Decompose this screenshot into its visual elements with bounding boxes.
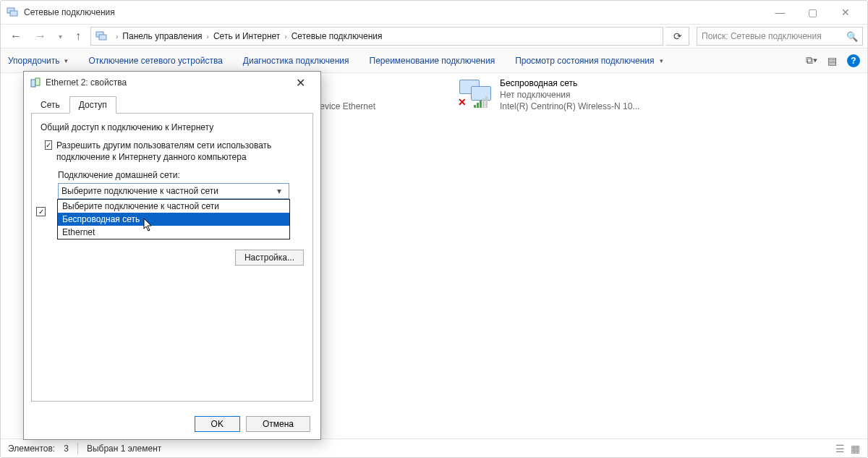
address-bar-row: ← → ▾ ↑ › Панель управления › Сеть и Инт… <box>1 24 867 48</box>
search-box[interactable]: Поиск: Сетевые подключения 🔍 <box>697 27 863 46</box>
nav-forward-button[interactable]: → <box>30 25 51 47</box>
breadcrumb-icon <box>95 30 107 42</box>
allow-control-checkbox[interactable]: ✓ <box>36 207 46 216</box>
nav-back-button[interactable]: ← <box>5 25 27 47</box>
breadcrumb[interactable]: › Панель управления › Сеть и Интернет › … <box>90 27 663 46</box>
status-count-value: 3 <box>64 444 69 454</box>
combobox-dropdown: Выберите подключение к частной сети Бесп… <box>57 199 290 239</box>
properties-dialog: Ethernet 2: свойства ✕ Сеть Доступ Общий… <box>23 71 321 440</box>
status-bar: Элементов: 3 Выбран 1 элемент ☰ ▦ <box>1 438 867 457</box>
maximize-button[interactable]: ▢ <box>796 1 829 24</box>
close-button[interactable]: ✕ <box>829 1 861 24</box>
connection-item-wireless[interactable]: ✕ Беспроводная сеть Нет подключения Inte… <box>459 77 639 113</box>
adapter-icon <box>30 77 41 88</box>
svg-rect-3 <box>99 35 106 40</box>
dialog-body: Общий доступ к подключению к Интернету ✓… <box>31 113 313 402</box>
home-network-combobox[interactable]: Выберите подключение к частной сети ▾ <box>58 183 289 199</box>
connection-status: Нет подключения <box>500 89 639 101</box>
home-network-label: Подключение домашней сети: <box>58 170 304 180</box>
combobox-value: Выберите подключение к частной сети <box>61 186 273 196</box>
tab-sharing[interactable]: Доступ <box>69 96 116 114</box>
titlebar: Сетевые подключения — ▢ ✕ <box>1 1 867 24</box>
nav-recent-dropdown[interactable]: ▾ <box>54 25 66 47</box>
chevron-down-icon: ▾ <box>273 186 286 196</box>
connection-name: Беспроводная сеть <box>500 77 639 89</box>
allow-sharing-label: Разрешить другим пользователям сети испо… <box>56 140 304 163</box>
refresh-button[interactable]: ⟳ <box>666 27 689 46</box>
chevron-right-icon: › <box>284 33 286 41</box>
minimize-button[interactable]: — <box>764 1 796 24</box>
breadcrumb-item[interactable]: Сетевые подключения <box>292 31 383 41</box>
diagnose-button[interactable]: Диагностика подключения <box>243 56 349 66</box>
dropdown-option-selected[interactable]: Беспроводная сеть <box>58 213 289 226</box>
settings-button[interactable]: Настройка... <box>235 250 304 266</box>
svg-rect-5 <box>35 78 40 85</box>
disconnected-x-icon: ✕ <box>458 96 467 108</box>
svg-rect-1 <box>10 11 17 16</box>
status-count-label: Элементов: <box>8 444 55 454</box>
window-title: Сетевые подключения <box>24 7 115 17</box>
organize-menu[interactable]: Упорядочить <box>8 56 68 66</box>
network-connections-icon <box>7 7 18 18</box>
connection-device: Intel(R) Centrino(R) Wireless-N 10... <box>500 101 639 112</box>
chevron-right-icon: › <box>116 33 118 41</box>
dropdown-option[interactable]: Выберите подключение к частной сети <box>58 200 289 213</box>
search-placeholder: Поиск: Сетевые подключения <box>702 31 822 41</box>
ok-button[interactable]: OK <box>195 416 240 432</box>
dropdown-option[interactable]: Ethernet <box>58 226 289 239</box>
rename-button[interactable]: Переименование подключения <box>370 56 495 66</box>
allow-sharing-checkbox[interactable]: ✓ <box>45 140 52 150</box>
preview-pane-icon[interactable]: ▤ <box>827 55 837 67</box>
svg-rect-4 <box>31 80 35 87</box>
wireless-icon: ✕ <box>459 77 494 106</box>
search-icon: 🔍 <box>846 31 858 42</box>
view-details-icon[interactable]: ☰ <box>835 443 845 454</box>
disable-device-button[interactable]: Отключение сетевого устройства <box>88 56 222 66</box>
dialog-tabs: Сеть Доступ <box>24 93 320 114</box>
nav-up-button[interactable]: ↑ <box>69 25 88 47</box>
sharing-group-label: Общий доступ к подключению к Интернету <box>41 122 304 132</box>
breadcrumb-item[interactable]: Панель управления <box>122 31 202 41</box>
tab-network[interactable]: Сеть <box>31 96 69 114</box>
breadcrumb-item[interactable]: Сеть и Интернет <box>213 31 280 41</box>
signal-bars-icon <box>474 96 488 108</box>
chevron-right-icon: › <box>207 33 209 41</box>
view-status-button[interactable]: Просмотр состояния подключения <box>515 56 663 66</box>
dialog-close-button[interactable]: ✕ <box>286 72 315 93</box>
status-selection: Выбран 1 элемент <box>87 444 161 454</box>
help-icon[interactable]: ? <box>847 54 860 67</box>
dialog-button-row: OK Отмена <box>24 409 320 439</box>
view-layout-icon[interactable]: ⧉▾ <box>806 54 817 67</box>
cancel-button[interactable]: Отмена <box>246 416 310 432</box>
dialog-titlebar: Ethernet 2: свойства ✕ <box>24 72 320 93</box>
view-tiles-icon[interactable]: ▦ <box>851 443 860 454</box>
dialog-title: Ethernet 2: свойства <box>46 77 127 88</box>
command-bar: Упорядочить Отключение сетевого устройст… <box>1 48 867 73</box>
